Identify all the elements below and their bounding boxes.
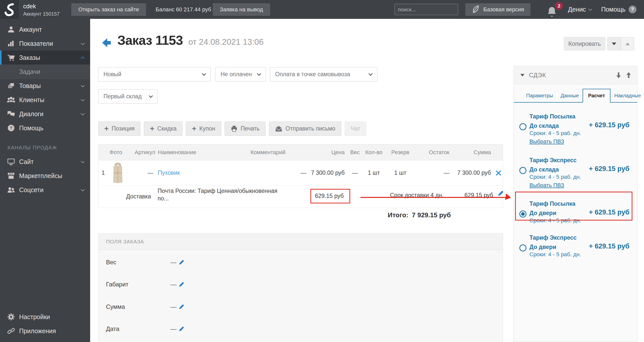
add-position-button[interactable]: + Позиция (98, 121, 140, 136)
sidebar-item-metrics[interactable]: Показатели (0, 36, 90, 51)
sidebar-item-label: Товары (19, 82, 41, 90)
col-comment: Комментарий (249, 149, 309, 156)
printer-icon (231, 125, 238, 132)
store-name: cdek (23, 3, 60, 10)
insales-logo[interactable] (0, 0, 19, 19)
chat-button[interactable]: Чат (345, 121, 366, 136)
chevron-down-icon (257, 72, 261, 76)
search-input[interactable] (398, 7, 466, 13)
move-widget-down-button[interactable] (616, 72, 622, 78)
edit-field-button[interactable] (178, 259, 185, 265)
dialogs-icon (7, 109, 16, 118)
collapse-triangle-icon[interactable] (520, 74, 524, 76)
edit-field-button[interactable] (178, 281, 185, 287)
user-menu[interactable]: Денис (568, 0, 592, 19)
add-coupon-button[interactable]: + Купон (186, 121, 221, 136)
sidebar-item-label: Задачи (19, 68, 40, 75)
notifications-button[interactable]: 2 (547, 2, 562, 18)
edit-delivery-button[interactable] (497, 190, 504, 197)
product-link[interactable]: Пуховик (158, 169, 180, 176)
tariff-terms: Сроки: 4 - 5 раб. дн. (529, 251, 581, 258)
base-version-button[interactable]: Базовая версия (465, 3, 530, 16)
col-name: Наименование (156, 149, 249, 156)
tab-data[interactable]: Данные (557, 89, 583, 102)
chevron-down-icon (588, 7, 592, 11)
social-icon (7, 185, 16, 194)
field-label: Дата (106, 325, 170, 332)
weight-value: — (348, 169, 362, 176)
gear-icon (7, 312, 16, 321)
sidebar-item-clients[interactable]: Клиенты (0, 93, 90, 107)
copy-order-button[interactable]: Копировать (564, 37, 605, 50)
order-nav-down-button[interactable] (607, 37, 621, 50)
sidebar-bottom: Настройки Приложения (0, 310, 90, 338)
sidebar-item-label: Показатели (19, 40, 53, 47)
sidebar-item-site[interactable]: Сайт (0, 155, 90, 169)
caret-up-icon (625, 42, 630, 45)
field-label: Сумма (106, 303, 170, 310)
sidebar-item-products[interactable]: Товары (0, 79, 90, 93)
edit-field-button[interactable] (178, 326, 185, 332)
order-field-row: Вес — (106, 259, 185, 266)
tab-invoices[interactable]: Накладные (611, 89, 644, 102)
send-email-label: Отправить письмо (285, 125, 335, 132)
withdraw-request-button[interactable]: Заявка на вывод (213, 3, 270, 16)
sidebar-item-account[interactable]: Аккаунт (0, 22, 90, 36)
sidebar-item-label: Помощь (19, 124, 44, 132)
chevron-down-icon (81, 83, 85, 87)
choose-pvz-link[interactable]: Выбрать ПВЗ (529, 138, 564, 145)
open-order-site-button[interactable]: Открыть заказ на сайте (71, 3, 146, 16)
back-arrow-icon (100, 37, 112, 49)
sum-value: 7 300.00 руб (452, 169, 494, 176)
tariff-name: Тариф Посылка (529, 113, 576, 120)
annotation-red-box-price (310, 189, 350, 203)
price-value: 7 300.00 руб (309, 169, 348, 176)
product-thumbnail[interactable] (108, 162, 133, 184)
sidebar-section-title: КАНАЛЫ ПРОДАЖ (0, 141, 90, 155)
tariff-radio[interactable] (519, 167, 526, 174)
tab-calculation[interactable]: Расчет (583, 89, 611, 103)
tab-parameters[interactable]: Параметры (522, 89, 557, 102)
sidebar-item-social[interactable]: Соцсети (0, 183, 90, 197)
col-photo: Фото (108, 149, 133, 156)
print-button[interactable]: Печать (225, 121, 266, 136)
add-discount-label: Скидка (157, 125, 176, 132)
move-widget-up-button[interactable] (626, 72, 632, 78)
topbar: cdek Аккаунт 150157 Открыть заказ на сай… (0, 0, 644, 19)
svg-text:?: ? (10, 126, 12, 131)
order-field-row: Дата — (106, 325, 185, 332)
order-status-select[interactable]: Новый (98, 67, 211, 81)
sidebar-item-dialogs[interactable]: Диалоги (0, 107, 90, 121)
payment-status-select[interactable]: Не оплачен (215, 67, 266, 81)
delivery-method: Почта России: Тариф Ценная/обыкновенная … (158, 187, 278, 202)
sidebar-item-marketplaces[interactable]: Маркетплейсы (0, 169, 90, 183)
sidebar-item-orders[interactable]: Заказы (0, 51, 90, 65)
edit-field-button[interactable] (178, 304, 185, 310)
tariff-price: + 629.15 руб (589, 242, 629, 250)
add-discount-button[interactable]: + Скидка (144, 121, 183, 136)
order-nav-up-button[interactable] (621, 37, 634, 50)
s-swoosh-icon (4, 3, 15, 16)
cdek-panel-title: СДЭК (529, 72, 546, 79)
sidebar-item-label: Маркетплейсы (19, 172, 62, 180)
sidebar-item-tasks[interactable]: Задачи (0, 65, 90, 79)
sidebar-item-settings[interactable]: Настройки (0, 310, 90, 324)
tariff-mode: До склада (529, 122, 559, 129)
sidebar: Аккаунт Показатели Заказы Задачи Товары (0, 19, 90, 342)
sidebar-item-help[interactable]: ? Помощь (0, 121, 90, 135)
tariff-radio[interactable] (519, 244, 526, 251)
pencil-icon (178, 281, 185, 287)
tariff-name: Тариф Экспресс (529, 234, 577, 241)
send-email-button[interactable]: Отправить письмо (269, 121, 341, 136)
choose-pvz-link[interactable]: Выбрать ПВЗ (529, 182, 564, 189)
sidebar-item-apps[interactable]: Приложения (0, 324, 90, 338)
warehouse-select[interactable]: Первый склад (98, 89, 158, 104)
payment-method-select[interactable]: Оплата в точке самовывоза (270, 67, 377, 81)
back-button[interactable] (100, 37, 112, 49)
payment-method-value: Оплата в точке самовывоза (275, 71, 350, 78)
tariff-radio[interactable] (519, 123, 526, 130)
store-icon (7, 171, 16, 180)
remove-item-button[interactable] (494, 170, 503, 176)
help-menu[interactable]: Помощь ? (601, 0, 636, 19)
help-icon: ? (7, 123, 16, 133)
